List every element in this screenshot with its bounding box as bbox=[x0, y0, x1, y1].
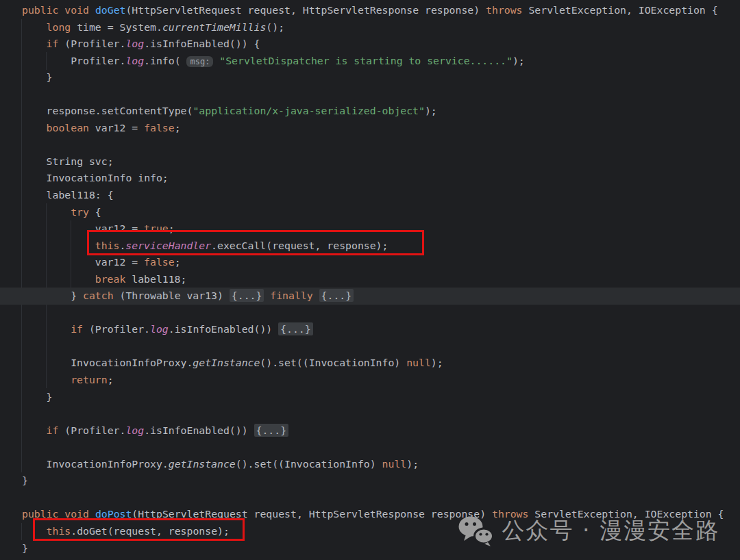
code-token bbox=[264, 290, 270, 301]
code-token: String svc; bbox=[47, 155, 114, 167]
folded-code-chip[interactable]: {...} bbox=[319, 289, 354, 302]
code-line[interactable]: if (Profiler.log.isInfoEnabled()) {...} bbox=[0, 321, 740, 338]
code-line[interactable]: } catch (Throwable var13) {...} finally … bbox=[0, 288, 740, 305]
code-line[interactable]: String svc; bbox=[0, 153, 740, 170]
code-token: catch bbox=[83, 290, 114, 301]
code-token: .execCall(request, response); bbox=[211, 240, 388, 251]
code-line[interactable]: } bbox=[0, 69, 740, 86]
code-token: getInstance bbox=[193, 357, 260, 368]
code-line[interactable]: this.serviceHandler.execCall(request, re… bbox=[0, 238, 740, 255]
code-token: var12 = bbox=[95, 222, 144, 234]
code-token: } bbox=[47, 391, 53, 403]
code-token: log bbox=[125, 424, 144, 436]
code-token: public void bbox=[22, 508, 95, 520]
code-line[interactable] bbox=[0, 338, 740, 355]
code-token: ; bbox=[108, 374, 114, 385]
code-line[interactable]: if (Profiler.log.isInfoEnabled()) { bbox=[0, 36, 740, 53]
code-token: InvocationInfoProxy. bbox=[71, 357, 193, 368]
code-editor[interactable]: public void doGet(HttpServletRequest req… bbox=[0, 0, 740, 560]
code-line[interactable]: var12 = false; bbox=[0, 254, 740, 271]
code-line[interactable]: try { bbox=[0, 204, 740, 221]
code-token: this bbox=[95, 240, 120, 251]
code-line[interactable] bbox=[0, 489, 740, 507]
code-token: Profiler. bbox=[71, 55, 125, 66]
code-token: ().set((InvocationInfo) bbox=[260, 357, 406, 368]
code-token: "application/x-java-serialized-object" bbox=[193, 105, 425, 116]
code-token: ; bbox=[175, 256, 181, 268]
code-token: (Profiler. bbox=[58, 38, 125, 49]
code-token: .isInfoEnabled()) bbox=[144, 424, 254, 436]
code-token: this bbox=[47, 525, 71, 537]
folded-code-chip[interactable]: {...} bbox=[254, 424, 289, 437]
code-token: (HttpServletRequest request, HttpServlet… bbox=[132, 508, 492, 520]
code-line[interactable] bbox=[0, 136, 740, 153]
code-line[interactable]: InvocationInfoProxy.getInstance().set((I… bbox=[0, 355, 740, 372]
code-token: log bbox=[150, 323, 169, 335]
code-token: InvocationInfo info; bbox=[47, 172, 169, 183]
code-token: InvocationInfoProxy. bbox=[47, 458, 169, 470]
folded-code-chip[interactable]: {...} bbox=[230, 289, 264, 302]
code-token: doPost bbox=[95, 508, 132, 520]
code-line[interactable]: } bbox=[0, 472, 740, 489]
code-line[interactable]: long time = System.currentTimeMillis(); bbox=[0, 19, 740, 36]
code-line[interactable]: return; bbox=[0, 372, 740, 389]
code-token: ); bbox=[425, 105, 437, 116]
code-line[interactable]: label118: { bbox=[0, 187, 740, 204]
code-token: currentTimeMillis bbox=[162, 21, 266, 33]
code-line[interactable]: } bbox=[0, 389, 740, 406]
code-token: response.setContentType( bbox=[47, 105, 193, 116]
code-token: log bbox=[125, 55, 144, 66]
code-token: label118; bbox=[125, 273, 186, 285]
code-line[interactable]: var12 = true; bbox=[0, 220, 740, 238]
code-token: } bbox=[47, 71, 53, 83]
code-line[interactable]: InvocationInfo info; bbox=[0, 170, 740, 187]
code-line[interactable]: public void doGet(HttpServletRequest req… bbox=[0, 2, 740, 19]
code-line[interactable] bbox=[0, 439, 740, 456]
code-token: boolean bbox=[47, 122, 89, 133]
code-token bbox=[313, 290, 319, 301]
code-token: ().set((InvocationInfo) bbox=[236, 458, 382, 470]
code-token: } bbox=[22, 474, 28, 486]
code-line[interactable]: InvocationInfoProxy.getInstance().set((I… bbox=[0, 456, 740, 473]
code-token: .doGet(request, response); bbox=[71, 525, 230, 537]
code-token: ; bbox=[169, 222, 175, 234]
code-token: doGet bbox=[95, 4, 126, 16]
code-token: ); bbox=[513, 55, 525, 66]
code-token bbox=[213, 55, 219, 66]
code-line[interactable] bbox=[0, 305, 740, 322]
code-token: null bbox=[382, 458, 407, 470]
code-token: ; bbox=[175, 122, 181, 133]
code-line[interactable] bbox=[0, 86, 740, 103]
code-token: time = System. bbox=[71, 21, 162, 33]
folded-code-chip[interactable]: {...} bbox=[278, 322, 313, 335]
code-line[interactable]: Profiler.log.info( msg: "ServletDispatch… bbox=[0, 53, 740, 70]
code-token: break bbox=[95, 273, 126, 285]
code-token: ServletException, IOException { bbox=[523, 4, 718, 16]
code-token: true bbox=[144, 222, 169, 234]
code-line[interactable]: response.setContentType("application/x-j… bbox=[0, 103, 740, 120]
code-token: } bbox=[22, 542, 28, 554]
code-token: false bbox=[144, 122, 175, 133]
code-token: public void bbox=[22, 4, 95, 16]
code-line[interactable] bbox=[0, 405, 740, 422]
code-token: { bbox=[89, 206, 101, 218]
code-line[interactable]: if (Profiler.log.isInfoEnabled()) {...} bbox=[0, 422, 740, 440]
code-token: try bbox=[71, 206, 89, 218]
code-token: if bbox=[71, 323, 83, 335]
code-token: ); bbox=[431, 357, 443, 368]
code-token: label118: { bbox=[47, 189, 114, 201]
code-line[interactable]: break label118; bbox=[0, 271, 740, 288]
code-token: if bbox=[47, 38, 59, 49]
code-token: var12 = bbox=[89, 122, 144, 133]
code-token: ); bbox=[406, 458, 419, 470]
wechat-icon bbox=[458, 515, 493, 546]
code-token: (Throwable var13) bbox=[114, 290, 230, 301]
code-token: "ServletDispatcher is starting to servic… bbox=[219, 55, 513, 66]
code-token: var12 = bbox=[95, 256, 144, 268]
watermark-text: 公众号 · 漫漫安全路 bbox=[502, 516, 719, 546]
code-line[interactable]: boolean var12 = false; bbox=[0, 120, 740, 137]
code-token: (Profiler. bbox=[58, 424, 125, 436]
code-token: } bbox=[71, 290, 83, 301]
code-token: long bbox=[47, 21, 71, 33]
code-token: (HttpServletRequest request, HttpServlet… bbox=[125, 4, 486, 16]
